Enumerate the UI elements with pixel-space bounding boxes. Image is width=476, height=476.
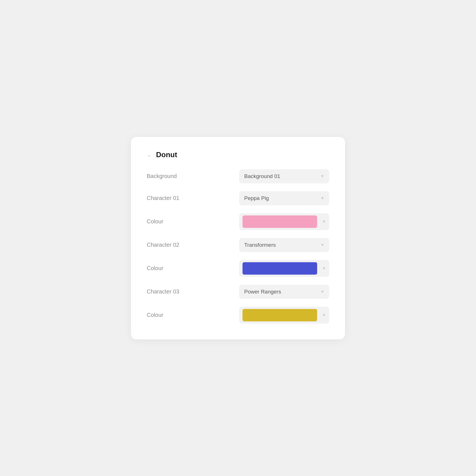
character01-row: Character 01 Peppa Pig ▼	[147, 191, 329, 205]
settings-card: ⌄ Donut Background Background 01 ▼ Chara…	[131, 137, 345, 339]
character03-row: Character 03 Power Rangers ▼	[147, 285, 329, 299]
character02-dropdown[interactable]: Transformers ▼	[239, 238, 329, 252]
chevron-down-icon[interactable]: ⌄	[147, 151, 152, 158]
character02-row: Character 02 Transformers ▼	[147, 238, 329, 252]
colour03-label: Colour	[147, 312, 197, 318]
character03-dropdown[interactable]: Power Rangers ▼	[239, 285, 329, 299]
card-title: Donut	[156, 150, 177, 159]
colour03-row: Colour ▼	[147, 307, 329, 324]
character01-dropdown-value: Peppa Pig	[244, 195, 269, 201]
colour01-label: Colour	[147, 218, 197, 225]
colour01-swatch	[243, 215, 317, 228]
character01-dropdown[interactable]: Peppa Pig ▼	[239, 191, 329, 205]
character01-label: Character 01	[147, 195, 197, 201]
character03-dropdown-arrow: ▼	[321, 290, 324, 294]
background-dropdown[interactable]: Background 01 ▼	[239, 169, 329, 183]
colour03-dropdown[interactable]: ▼	[239, 307, 329, 324]
background-label: Background	[147, 173, 197, 179]
colour02-dropdown[interactable]: ▼	[239, 260, 329, 277]
background-row: Background Background 01 ▼	[147, 169, 329, 183]
colour01-dropdown[interactable]: ▼	[239, 213, 329, 230]
colour03-swatch	[243, 309, 317, 321]
character03-dropdown-value: Power Rangers	[244, 289, 281, 295]
colour01-row: Colour ▼	[147, 213, 329, 230]
character02-label: Character 02	[147, 242, 197, 248]
character02-dropdown-arrow: ▼	[321, 243, 324, 247]
colour02-swatch	[243, 262, 317, 275]
character01-dropdown-arrow: ▼	[321, 196, 324, 200]
colour02-label: Colour	[147, 265, 197, 272]
colour01-dropdown-arrow: ▼	[322, 219, 326, 224]
colour03-dropdown-arrow: ▼	[322, 313, 326, 317]
background-dropdown-arrow: ▼	[321, 174, 324, 178]
card-header: ⌄ Donut	[147, 150, 329, 159]
background-dropdown-value: Background 01	[244, 173, 280, 179]
character02-dropdown-value: Transformers	[244, 242, 276, 248]
character03-label: Character 03	[147, 288, 197, 295]
colour02-row: Colour ▼	[147, 260, 329, 277]
colour02-dropdown-arrow: ▼	[322, 266, 326, 270]
